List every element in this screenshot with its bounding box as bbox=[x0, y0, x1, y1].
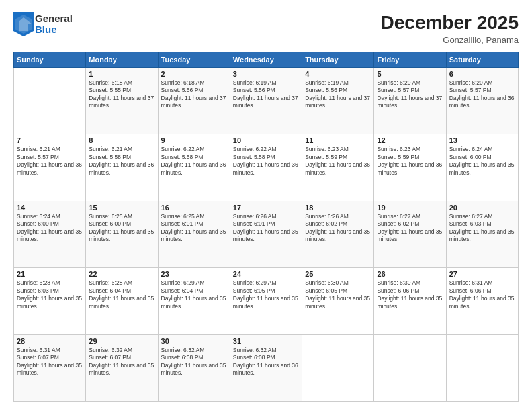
calendar-cell: 27Sunrise: 6:31 AM Sunset: 6:06 PM Dayli… bbox=[446, 268, 518, 334]
calendar-cell: 22Sunrise: 6:28 AM Sunset: 6:04 PM Dayli… bbox=[86, 268, 158, 334]
calendar-cell: 23Sunrise: 6:29 AM Sunset: 6:04 PM Dayli… bbox=[158, 268, 230, 334]
day-info: Sunrise: 6:32 AM Sunset: 6:07 PM Dayligh… bbox=[89, 347, 154, 377]
day-info: Sunrise: 6:29 AM Sunset: 6:04 PM Dayligh… bbox=[161, 279, 227, 310]
day-number: 28 bbox=[17, 337, 83, 345]
day-number: 6 bbox=[449, 70, 515, 78]
calendar-cell: 29Sunrise: 6:32 AM Sunset: 6:07 PM Dayli… bbox=[86, 334, 158, 401]
day-info: Sunrise: 6:18 AM Sunset: 5:56 PM Dayligh… bbox=[161, 79, 227, 110]
day-info: Sunrise: 6:32 AM Sunset: 6:08 PM Dayligh… bbox=[161, 347, 227, 377]
calendar-cell: 20Sunrise: 6:27 AM Sunset: 6:03 PM Dayli… bbox=[446, 201, 518, 267]
logo: General Blue bbox=[13, 12, 73, 36]
day-info: Sunrise: 6:22 AM Sunset: 5:58 PM Dayligh… bbox=[161, 146, 227, 177]
day-number: 11 bbox=[305, 136, 371, 144]
calendar-header-saturday: Saturday bbox=[446, 52, 518, 68]
day-number: 3 bbox=[233, 70, 299, 78]
day-info: Sunrise: 6:23 AM Sunset: 5:59 PM Dayligh… bbox=[305, 146, 371, 177]
day-info: Sunrise: 6:24 AM Sunset: 6:00 PM Dayligh… bbox=[17, 213, 83, 244]
calendar-header-wednesday: Wednesday bbox=[230, 52, 302, 68]
title-block: December 2025 Gonzalillo, Panama bbox=[381, 12, 519, 45]
calendar-header-friday: Friday bbox=[374, 52, 446, 68]
day-info: Sunrise: 6:18 AM Sunset: 5:55 PM Dayligh… bbox=[89, 79, 154, 110]
day-number: 1 bbox=[89, 70, 154, 78]
day-info: Sunrise: 6:30 AM Sunset: 6:06 PM Dayligh… bbox=[377, 279, 443, 310]
day-number: 22 bbox=[89, 270, 154, 278]
calendar-cell: 28Sunrise: 6:31 AM Sunset: 6:07 PM Dayli… bbox=[14, 334, 86, 401]
subtitle: Gonzalillo, Panama bbox=[381, 35, 519, 45]
calendar-cell: 14Sunrise: 6:24 AM Sunset: 6:00 PM Dayli… bbox=[14, 201, 86, 267]
day-number: 12 bbox=[377, 136, 443, 144]
day-number: 17 bbox=[233, 203, 299, 212]
day-number: 9 bbox=[161, 136, 227, 144]
calendar-cell: 15Sunrise: 6:25 AM Sunset: 6:00 PM Dayli… bbox=[86, 201, 158, 267]
main-title: December 2025 bbox=[381, 12, 519, 34]
calendar-cell bbox=[446, 334, 518, 401]
day-number: 24 bbox=[233, 270, 299, 278]
day-number: 25 bbox=[305, 270, 371, 278]
calendar-table: SundayMondayTuesdayWednesdayThursdayFrid… bbox=[13, 52, 519, 402]
logo-blue-text: Blue bbox=[35, 24, 73, 36]
day-number: 10 bbox=[233, 136, 299, 144]
page: General Blue December 2025 Gonzalillo, P… bbox=[0, 0, 532, 411]
day-number: 8 bbox=[89, 136, 154, 144]
day-number: 31 bbox=[233, 337, 299, 345]
day-number: 7 bbox=[17, 136, 83, 144]
day-info: Sunrise: 6:22 AM Sunset: 5:58 PM Dayligh… bbox=[233, 146, 299, 177]
calendar-header-thursday: Thursday bbox=[302, 52, 374, 68]
calendar-cell: 3Sunrise: 6:19 AM Sunset: 5:56 PM Daylig… bbox=[230, 68, 302, 134]
calendar-cell: 9Sunrise: 6:22 AM Sunset: 5:58 PM Daylig… bbox=[158, 134, 230, 201]
calendar-header-sunday: Sunday bbox=[14, 52, 86, 68]
day-info: Sunrise: 6:24 AM Sunset: 6:00 PM Dayligh… bbox=[449, 146, 515, 177]
calendar-cell: 11Sunrise: 6:23 AM Sunset: 5:59 PM Dayli… bbox=[302, 134, 374, 201]
day-info: Sunrise: 6:20 AM Sunset: 5:57 PM Dayligh… bbox=[449, 79, 515, 110]
calendar-week-2: 7Sunrise: 6:21 AM Sunset: 5:57 PM Daylig… bbox=[14, 134, 519, 201]
calendar-cell: 12Sunrise: 6:23 AM Sunset: 5:59 PM Dayli… bbox=[374, 134, 446, 201]
calendar-week-5: 28Sunrise: 6:31 AM Sunset: 6:07 PM Dayli… bbox=[14, 334, 519, 401]
calendar-cell: 2Sunrise: 6:18 AM Sunset: 5:56 PM Daylig… bbox=[158, 68, 230, 134]
calendar-week-1: 1Sunrise: 6:18 AM Sunset: 5:55 PM Daylig… bbox=[14, 68, 519, 134]
day-info: Sunrise: 6:27 AM Sunset: 6:03 PM Dayligh… bbox=[449, 213, 515, 244]
calendar-cell: 16Sunrise: 6:25 AM Sunset: 6:01 PM Dayli… bbox=[158, 201, 230, 267]
logo-general-text: General bbox=[35, 13, 73, 25]
calendar-cell: 18Sunrise: 6:26 AM Sunset: 6:02 PM Dayli… bbox=[302, 201, 374, 267]
calendar-cell: 6Sunrise: 6:20 AM Sunset: 5:57 PM Daylig… bbox=[446, 68, 518, 134]
day-number: 21 bbox=[17, 270, 83, 278]
day-info: Sunrise: 6:20 AM Sunset: 5:57 PM Dayligh… bbox=[377, 79, 443, 110]
calendar-cell bbox=[302, 334, 374, 401]
day-info: Sunrise: 6:31 AM Sunset: 6:06 PM Dayligh… bbox=[449, 279, 515, 310]
calendar-cell: 10Sunrise: 6:22 AM Sunset: 5:58 PM Dayli… bbox=[230, 134, 302, 201]
day-number: 5 bbox=[377, 70, 443, 78]
day-info: Sunrise: 6:19 AM Sunset: 5:56 PM Dayligh… bbox=[305, 79, 371, 110]
day-number: 20 bbox=[449, 203, 515, 212]
day-info: Sunrise: 6:26 AM Sunset: 6:02 PM Dayligh… bbox=[305, 213, 371, 244]
day-info: Sunrise: 6:31 AM Sunset: 6:07 PM Dayligh… bbox=[17, 347, 83, 377]
day-number: 26 bbox=[377, 270, 443, 278]
day-info: Sunrise: 6:28 AM Sunset: 6:04 PM Dayligh… bbox=[89, 279, 154, 310]
day-number: 15 bbox=[89, 203, 154, 212]
calendar-cell: 21Sunrise: 6:28 AM Sunset: 6:03 PM Dayli… bbox=[14, 268, 86, 334]
day-number: 23 bbox=[161, 270, 227, 278]
calendar-cell: 19Sunrise: 6:27 AM Sunset: 6:02 PM Dayli… bbox=[374, 201, 446, 267]
day-number: 16 bbox=[161, 203, 227, 212]
day-info: Sunrise: 6:32 AM Sunset: 6:08 PM Dayligh… bbox=[233, 347, 299, 377]
calendar-header-row: SundayMondayTuesdayWednesdayThursdayFrid… bbox=[14, 52, 519, 68]
day-info: Sunrise: 6:27 AM Sunset: 6:02 PM Dayligh… bbox=[377, 213, 443, 244]
calendar-cell: 5Sunrise: 6:20 AM Sunset: 5:57 PM Daylig… bbox=[374, 68, 446, 134]
calendar-header-tuesday: Tuesday bbox=[158, 52, 230, 68]
day-number: 19 bbox=[377, 203, 443, 212]
logo-icon bbox=[13, 12, 34, 36]
calendar-cell: 25Sunrise: 6:30 AM Sunset: 6:05 PM Dayli… bbox=[302, 268, 374, 334]
day-info: Sunrise: 6:23 AM Sunset: 5:59 PM Dayligh… bbox=[377, 146, 443, 177]
day-number: 29 bbox=[89, 337, 154, 345]
calendar-cell bbox=[14, 68, 86, 134]
day-info: Sunrise: 6:25 AM Sunset: 6:00 PM Dayligh… bbox=[89, 213, 154, 244]
day-number: 13 bbox=[449, 136, 515, 144]
calendar-cell: 17Sunrise: 6:26 AM Sunset: 6:01 PM Dayli… bbox=[230, 201, 302, 267]
day-number: 4 bbox=[305, 70, 371, 78]
calendar-week-3: 14Sunrise: 6:24 AM Sunset: 6:00 PM Dayli… bbox=[14, 201, 519, 267]
day-info: Sunrise: 6:19 AM Sunset: 5:56 PM Dayligh… bbox=[233, 79, 299, 110]
calendar-cell: 4Sunrise: 6:19 AM Sunset: 5:56 PM Daylig… bbox=[302, 68, 374, 134]
day-number: 18 bbox=[305, 203, 371, 212]
calendar-week-4: 21Sunrise: 6:28 AM Sunset: 6:03 PM Dayli… bbox=[14, 268, 519, 334]
calendar-cell: 31Sunrise: 6:32 AM Sunset: 6:08 PM Dayli… bbox=[230, 334, 302, 401]
calendar-cell: 8Sunrise: 6:21 AM Sunset: 5:58 PM Daylig… bbox=[86, 134, 158, 201]
